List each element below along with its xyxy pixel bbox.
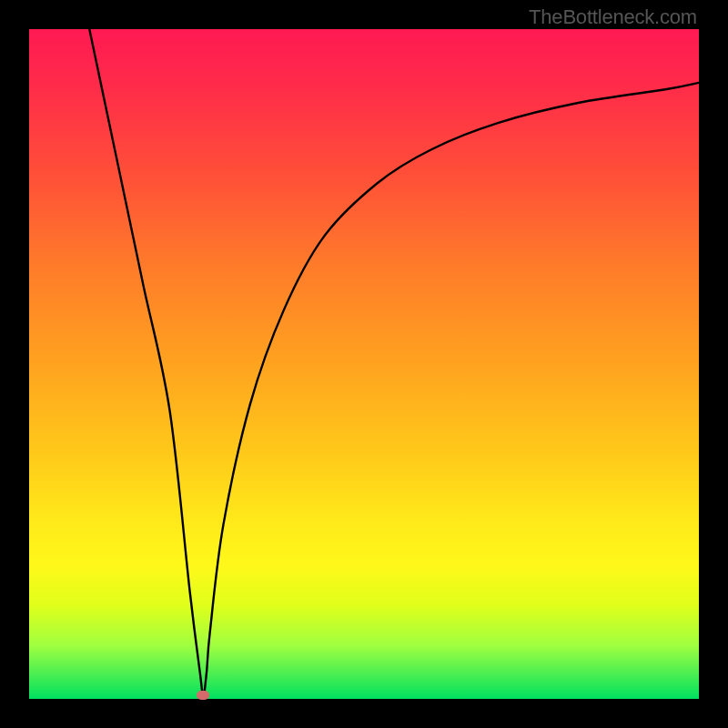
bottleneck-curve — [29, 29, 699, 699]
attribution-label: TheBottleneck.com — [529, 5, 697, 29]
